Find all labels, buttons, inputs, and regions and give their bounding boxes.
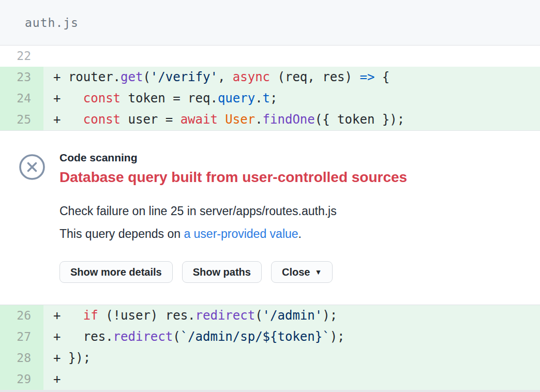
diff-row: 25+ const user = await User.findOne({ to… [0, 109, 540, 130]
code-token: User [225, 112, 255, 127]
code-token: const [83, 91, 121, 105]
alert-sentence: This query depends on a user-provided va… [59, 227, 519, 241]
code-token: ( [255, 308, 262, 323]
code-token: user = [121, 112, 181, 127]
code-token: . [255, 112, 262, 127]
code-token: `/admin/sp/${token}` [181, 329, 330, 344]
x-circle-icon [19, 154, 46, 180]
alert-actions: Show more detailsShow pathsClose▼ [59, 261, 519, 283]
code-token: + [53, 308, 83, 323]
code-token: ); [322, 308, 337, 323]
code-token: t [263, 91, 270, 105]
diff-top-block: 2223+ router.get('/verify', async (req, … [0, 46, 540, 130]
code-token: + [53, 372, 61, 386]
code-token: { [374, 70, 389, 84]
line-number: 26 [0, 305, 43, 326]
show-more-details-button[interactable]: Show more details [59, 261, 173, 283]
code-line [43, 46, 540, 67]
code-token: redirect [113, 329, 173, 344]
code-line: + [43, 369, 540, 390]
user-provided-value-link[interactable]: a user-provided value [184, 227, 298, 240]
code-line: + router.get('/verify', async (req, res)… [43, 67, 540, 88]
code-token [218, 112, 225, 127]
code-token: get [121, 70, 143, 84]
line-number: 28 [0, 348, 43, 369]
diff-row: 29+ [0, 369, 540, 390]
code-line: + if (!user) res.redirect('/admin'); [43, 305, 540, 326]
code-token: ; [270, 91, 277, 105]
code-token: ( [173, 329, 180, 344]
file-name: auth.js [25, 16, 79, 29]
bottom-divider [0, 390, 540, 392]
diff-row: 23+ router.get('/verify', async (req, re… [0, 67, 540, 88]
code-token: , [218, 70, 233, 84]
line-number: 29 [0, 369, 43, 390]
code-token: query [218, 91, 255, 105]
code-token: if [83, 308, 98, 323]
code-line: + const user = await User.findOne({ toke… [43, 109, 540, 130]
code-token: token = req. [121, 91, 218, 105]
code-token: '/admin' [263, 308, 323, 323]
code-line: + const token = req.query.t; [43, 88, 540, 109]
diff-row: 26+ if (!user) res.redirect('/admin'); [0, 305, 540, 326]
code-token: + res. [53, 329, 113, 344]
close-button[interactable]: Close▼ [271, 261, 333, 283]
diff-row: 22 [0, 46, 540, 67]
sentence-prefix: This query depends on [59, 227, 184, 240]
line-number: 24 [0, 88, 43, 109]
code-token: await [181, 112, 218, 127]
code-token: + router. [53, 70, 121, 84]
show-paths-button[interactable]: Show paths [182, 261, 262, 283]
code-token: (req, res) [270, 70, 359, 84]
dropdown-caret-icon: ▼ [314, 268, 322, 276]
sentence-suffix: . [298, 227, 302, 240]
alert-title: Database query built from user-controlle… [59, 169, 519, 186]
code-token: + [53, 91, 83, 105]
diff-row: 28+ }); [0, 348, 540, 369]
line-number: 22 [0, 46, 43, 67]
alert-kicker: Code scanning [59, 151, 519, 164]
code-token: '/verify' [151, 70, 218, 84]
code-token: => [359, 70, 374, 84]
code-token: ({ token }); [315, 112, 404, 127]
code-token: async [233, 70, 270, 84]
code-token: (!user) res. [98, 308, 196, 323]
button-label: Show paths [193, 266, 251, 278]
diff-row: 24+ const token = req.query.t; [0, 88, 540, 109]
code-line: + res.redirect(`/admin/sp/${token}`); [43, 326, 540, 348]
code-line: + }); [43, 348, 540, 369]
diff-bottom-block: 26+ if (!user) res.redirect('/admin');27… [0, 305, 540, 390]
code-token: findOne [263, 112, 315, 127]
button-label: Show more details [70, 266, 162, 278]
diff-row: 27+ res.redirect(`/admin/sp/${token}`); [0, 326, 540, 348]
code-token: + [53, 112, 83, 127]
alert-detail: Check failure on line 25 in server/apps/… [59, 204, 519, 218]
code-token: ); [330, 329, 345, 344]
code-token: . [255, 91, 262, 105]
code-token: + }); [53, 351, 91, 365]
line-number: 23 [0, 67, 43, 88]
line-number: 25 [0, 109, 43, 130]
diff-file-header: auth.js [0, 0, 540, 46]
code-token: ( [143, 70, 150, 84]
code-token: const [83, 112, 121, 127]
code-scanning-alert: Code scanning Database query built from … [0, 130, 540, 305]
button-label: Close [282, 266, 310, 278]
code-token: redirect [196, 308, 256, 323]
line-number: 27 [0, 326, 43, 348]
